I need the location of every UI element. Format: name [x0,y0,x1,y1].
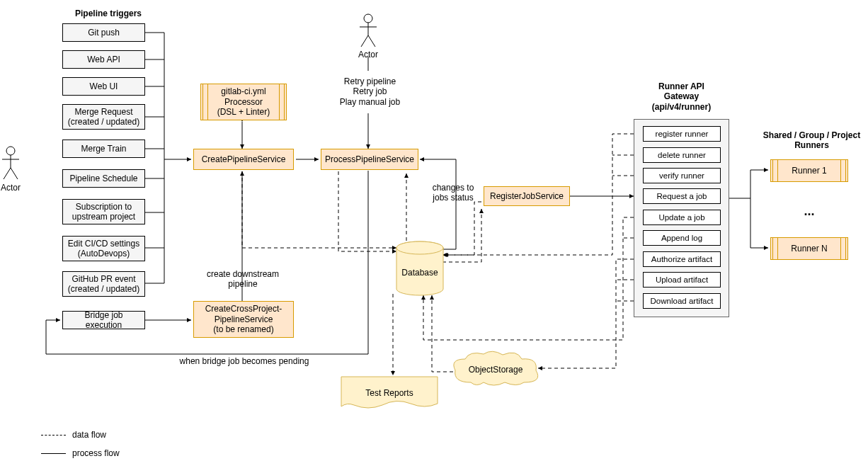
trigger-git-push: Git push [62,23,145,42]
trigger-autodevops: Edit CI/CD settings (AutoDevops) [62,236,145,261]
gw-append-log: Append log [643,230,721,246]
legend-data-flow: data flow [72,430,106,440]
svg-point-35 [396,241,443,254]
gw-download-artifact: Download artifact [643,293,721,309]
runners-title: Shared / Group / Project Runners [757,130,867,151]
register-job-service: RegisterJobService [484,186,570,206]
yml-processor: gitlab-ci.yml Processor (DSL + Linter) [200,84,287,120]
trigger-web-ui: Web UI [62,77,145,96]
object-storage-label: ObjectStorage [450,365,542,375]
process-pipeline-service: ProcessPipelineService [321,149,418,170]
bridge-pending-label: when bridge job becomes pending [170,356,319,366]
pipeline-triggers-title: Pipeline triggers [62,8,154,18]
actor-label-left: Actor [0,183,21,193]
trigger-merge-train: Merge Train [62,140,145,158]
legend-dash-line [41,435,66,436]
trigger-subscription: Subscription to upstream project [62,199,145,224]
trigger-web-api: Web API [62,50,145,69]
svg-line-33 [368,35,375,47]
trigger-github-pr: GitHub PR event (created / updated) [62,271,145,297]
gw-authorize-artifact: Authorize artifact [643,251,721,267]
changes-status-label: changes to jobs status [425,183,481,203]
database-label: Database [395,268,445,278]
svg-line-28 [11,168,18,179]
test-reports-label: Test Reports [340,388,439,398]
runner-n: Runner N [770,237,848,260]
svg-line-32 [361,35,368,47]
actor-icon-left [0,145,21,181]
legend-solid-line [41,453,66,454]
actor-icon-top [358,13,379,48]
gw-verify-runner: verify runner [643,168,721,183]
svg-point-29 [364,14,372,23]
svg-point-24 [6,147,15,155]
svg-line-27 [4,168,11,179]
bridge-job-execution: Bridge job execution [62,311,145,329]
gw-update-job: Update a job [643,210,721,225]
retry-block-label: Retry pipeline Retry job Play manual job [329,76,411,107]
gw-delete-runner: delete runner [643,147,721,163]
trigger-pipeline-schedule: Pipeline Schedule [62,169,145,188]
gw-register-runner: register runner [643,126,721,142]
gw-upload-artifact: Upload artifact [643,272,721,288]
runner-1: Runner 1 [770,159,848,182]
create-downstream-label: create downstream pipeline [193,269,292,290]
legend-process-flow: process flow [72,448,120,458]
actor-label-top: Actor [354,50,382,59]
create-cross-project-service: CreateCrossProject- PipelineService (to … [193,301,294,338]
create-pipeline-service: CreatePipelineService [193,149,294,170]
runner-dots: ... [770,204,848,220]
gateway-title: Runner API Gateway (api/v4/runner) [634,81,729,112]
gw-request-job: Request a job [643,188,721,204]
trigger-merge-request: Merge Request (created / updated) [62,104,145,130]
